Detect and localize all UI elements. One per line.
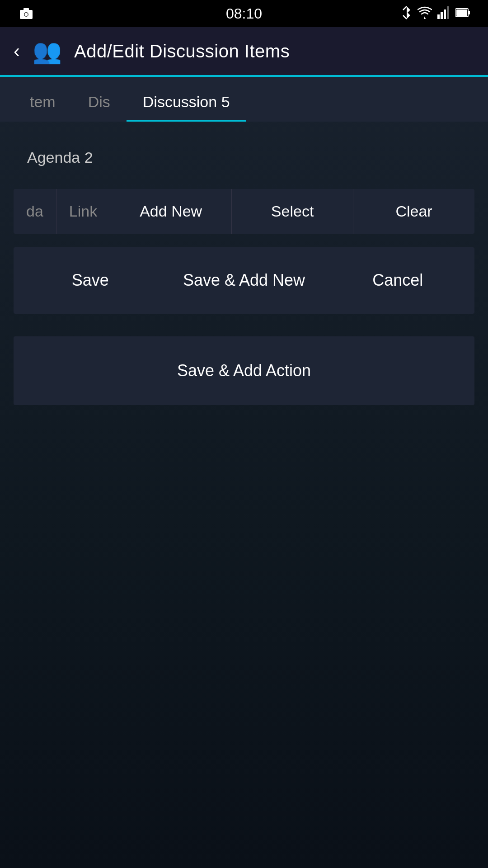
- bluetooth-icon: [401, 5, 412, 22]
- svg-rect-9: [468, 11, 470, 14]
- tab-discussion5[interactable]: Discussion 5: [127, 77, 246, 122]
- wifi-icon: [418, 6, 432, 21]
- save-add-action-button[interactable]: Save & Add Action: [14, 336, 474, 405]
- svg-rect-1: [23, 8, 29, 11]
- svg-rect-7: [447, 6, 449, 19]
- select-button[interactable]: Select: [232, 189, 353, 234]
- tab-dis[interactable]: Dis: [72, 77, 127, 122]
- clear-button[interactable]: Clear: [353, 189, 474, 234]
- signal-icon: [437, 6, 450, 21]
- app-bar: ‹ 👥 Add/Edit Discussion Items: [0, 27, 488, 77]
- battery-icon: [455, 8, 470, 19]
- status-bar-left: [18, 7, 34, 20]
- status-time: 08:10: [226, 5, 262, 22]
- cancel-button[interactable]: Cancel: [321, 247, 474, 314]
- sub-tab-partial-agenda: da: [14, 189, 56, 234]
- action-buttons-group: Save Save & Add New Cancel: [14, 247, 474, 314]
- back-button[interactable]: ‹: [14, 40, 20, 62]
- save-add-new-button[interactable]: Save & Add New: [167, 247, 321, 314]
- agenda-label: Agenda 2: [14, 140, 474, 175]
- svg-point-3: [25, 13, 28, 16]
- app-icon: 👥: [31, 35, 63, 67]
- photo-icon: [18, 7, 34, 20]
- save-button[interactable]: Save: [14, 247, 167, 314]
- svg-rect-5: [441, 12, 443, 19]
- save-add-action-container: Save & Add Action: [14, 336, 474, 405]
- sub-tab-partial-link: Link: [56, 189, 110, 234]
- svg-rect-4: [437, 14, 440, 19]
- svg-rect-6: [444, 9, 446, 19]
- tab-item[interactable]: tem: [14, 77, 72, 122]
- status-bar: 08:10: [0, 0, 488, 27]
- svg-rect-10: [456, 9, 467, 16]
- agenda-section: Agenda 2: [14, 140, 474, 175]
- content-area: Agenda 2 da Link Add New Select Clear Sa…: [0, 122, 488, 405]
- tabs-row: tem Dis Discussion 5: [0, 77, 488, 122]
- add-new-button[interactable]: Add New: [110, 189, 232, 234]
- status-bar-right: [401, 5, 470, 22]
- sub-tab-buttons: Add New Select Clear: [110, 189, 474, 234]
- app-bar-title: Add/Edit Discussion Items: [74, 41, 290, 61]
- sub-tabs-row: da Link Add New Select Clear: [14, 189, 474, 234]
